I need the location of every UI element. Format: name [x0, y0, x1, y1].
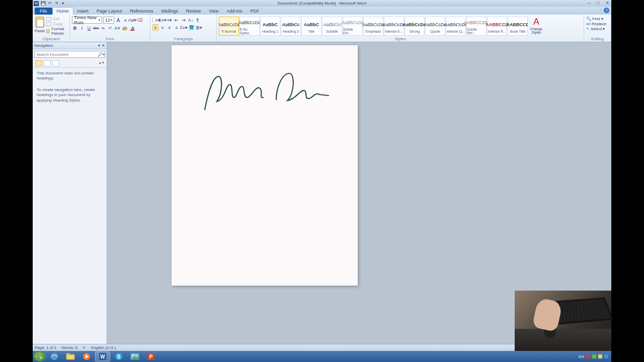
highlight-button[interactable]: ab: [121, 25, 128, 31]
numbering-button[interactable]: 1≡▾: [159, 17, 166, 23]
style-item--no-spaci-[interactable]: AaBbCcDc¶ No Spaci...: [239, 17, 260, 36]
search-document-input[interactable]: 🔎▾: [34, 51, 105, 58]
taskbar-skype[interactable]: S: [111, 351, 126, 361]
bold-button[interactable]: B: [72, 25, 78, 31]
search-icon[interactable]: 🔎▾: [98, 52, 105, 57]
taskbar-powerpoint[interactable]: P: [143, 351, 158, 361]
style-item-heading-1[interactable]: AaBbCHeading 1: [260, 17, 280, 36]
find-button[interactable]: 🔍Find▾: [586, 17, 609, 21]
style-item-strong[interactable]: AaBbCcDdStrong: [405, 17, 425, 36]
italic-button[interactable]: I: [79, 25, 85, 31]
tray-icon[interactable]: [586, 354, 590, 358]
align-left-button[interactable]: ≡: [152, 24, 158, 31]
maximize-button[interactable]: □: [595, 0, 601, 5]
paste-button[interactable]: Paste: [35, 16, 45, 33]
style-item-subtitle[interactable]: AaBbCcISubtitle: [322, 17, 342, 36]
tab-references[interactable]: References: [126, 8, 157, 15]
subscript-button[interactable]: x₂: [100, 25, 106, 31]
underline-button[interactable]: U: [86, 25, 92, 31]
style-item-intense-e-[interactable]: AaBbCcDdIntense E...: [384, 17, 404, 36]
tray-icon[interactable]: [598, 354, 602, 358]
align-center-button[interactable]: ≡: [159, 24, 166, 31]
font-size-combo[interactable]: 12: [103, 17, 114, 24]
style-item-book-title[interactable]: AABBCCDBook Title: [508, 17, 528, 36]
multilevel-button[interactable]: ≡▾: [167, 17, 173, 23]
tab-mailings[interactable]: Mailings: [157, 8, 182, 15]
style-item--normal[interactable]: AaBbCcDc¶ Normal: [219, 17, 239, 36]
cut-button[interactable]: Cut: [46, 17, 67, 21]
select-button[interactable]: ↖Select▾: [586, 27, 609, 31]
styles-gallery[interactable]: AaBbCcDc¶ NormalAaBbCcDc¶ No Spaci...AaB…: [219, 16, 528, 37]
shading-button[interactable]: 🪣: [188, 24, 195, 31]
save-button[interactable]: 💾: [41, 1, 46, 6]
grow-font-button[interactable]: A: [115, 17, 121, 24]
help-icon[interactable]: ?: [604, 8, 609, 13]
tab-page-layout[interactable]: Page Layout: [93, 8, 126, 15]
tab-review[interactable]: Review: [182, 8, 205, 15]
line-spacing-button[interactable]: ‡≡▾: [181, 24, 187, 31]
style-item-intense-r-[interactable]: AABBCCDIntense R...: [487, 17, 507, 36]
tab-pdf[interactable]: PDF: [247, 8, 264, 15]
redo-button[interactable]: ↷: [54, 1, 59, 6]
text-effects-button[interactable]: A▾: [114, 25, 120, 31]
close-button[interactable]: ✕: [604, 0, 610, 5]
undo-button[interactable]: ↶: [47, 1, 52, 6]
minimize-ribbon[interactable]: ˇ: [600, 9, 601, 13]
page[interactable]: [172, 45, 358, 286]
start-button[interactable]: [34, 351, 46, 361]
clear-formatting-button[interactable]: ⌫: [136, 17, 142, 24]
superscript-button[interactable]: x²: [107, 25, 113, 31]
tab-file[interactable]: File: [35, 8, 52, 15]
taskbar-pictures[interactable]: [127, 351, 142, 361]
tab-view[interactable]: View: [205, 8, 222, 15]
minimize-button[interactable]: —: [586, 0, 592, 5]
increase-indent-button[interactable]: ⇥: [181, 17, 187, 23]
style-item-title[interactable]: AaBbCTitle: [301, 17, 321, 36]
font-color-button[interactable]: A: [129, 25, 136, 31]
taskbar-explorer[interactable]: [63, 351, 78, 361]
tab-home[interactable]: Home: [52, 7, 73, 15]
tray-icon[interactable]: [592, 354, 596, 358]
strikethrough-button[interactable]: abc: [93, 25, 99, 31]
style-item-intense-q-[interactable]: AaBbCcDdIntense Q...: [446, 17, 466, 36]
nav-menu-button[interactable]: ▾: [98, 43, 100, 48]
tray-lang[interactable]: EN: [579, 354, 584, 359]
taskbar-ie[interactable]: [47, 351, 62, 361]
taskbar-wmp[interactable]: [79, 351, 94, 361]
style-item-subtle-em-[interactable]: AaBbCcDdSubtle Em...: [343, 17, 363, 36]
sort-button[interactable]: A↓: [188, 17, 194, 23]
system-tray[interactable]: EN: [579, 354, 610, 359]
style-item-emphasis[interactable]: AaBbCcDdEmphasis: [363, 17, 383, 36]
justify-button[interactable]: ≡: [174, 24, 180, 31]
nav-next-button[interactable]: ▾: [102, 60, 104, 66]
tab-addins[interactable]: Add-Ins: [223, 8, 247, 15]
align-right-button[interactable]: ≡: [167, 24, 173, 31]
style-item-quote[interactable]: AaBbCcDdQuote: [425, 17, 445, 36]
qat-more[interactable]: ▾: [60, 1, 65, 6]
status-language[interactable]: English (U.S.): [91, 345, 116, 350]
font-family-combo[interactable]: Times New Rom: [72, 17, 102, 24]
borders-button[interactable]: ⊞▾: [196, 24, 202, 31]
taskbar-word[interactable]: W: [95, 351, 110, 361]
bullets-button[interactable]: ⋮≡▾: [152, 17, 158, 23]
replace-button[interactable]: abReplace: [586, 22, 609, 26]
status-proofing-icon[interactable]: ✔: [83, 345, 86, 350]
change-case-button[interactable]: Aa▾: [129, 17, 135, 24]
format-painter-button[interactable]: Format Painter: [46, 27, 67, 36]
style-item-heading-2[interactable]: AaBbCcHeading 2: [281, 17, 301, 36]
nav-close-button[interactable]: ✕: [102, 43, 105, 48]
change-styles-button[interactable]: A Change Styles: [529, 16, 543, 37]
nav-tab-results[interactable]: [52, 60, 59, 66]
tab-insert[interactable]: Insert: [73, 8, 93, 15]
copy-button[interactable]: Copy: [46, 22, 67, 26]
nav-prev-button[interactable]: ▴: [99, 60, 101, 66]
status-page[interactable]: Page: 1 of 1: [35, 345, 56, 350]
nav-tab-pages[interactable]: [44, 60, 51, 66]
nav-tab-headings[interactable]: [35, 60, 42, 66]
tray-icon[interactable]: [604, 354, 608, 358]
status-words[interactable]: Words: 0: [61, 345, 77, 350]
decrease-indent-button[interactable]: ⇤: [174, 17, 180, 23]
style-item-subtle-ref-[interactable]: AABBCCDDSubtle Ref...: [466, 17, 487, 36]
shrink-font-button[interactable]: A: [122, 17, 128, 24]
show-marks-button[interactable]: ¶: [195, 17, 201, 23]
